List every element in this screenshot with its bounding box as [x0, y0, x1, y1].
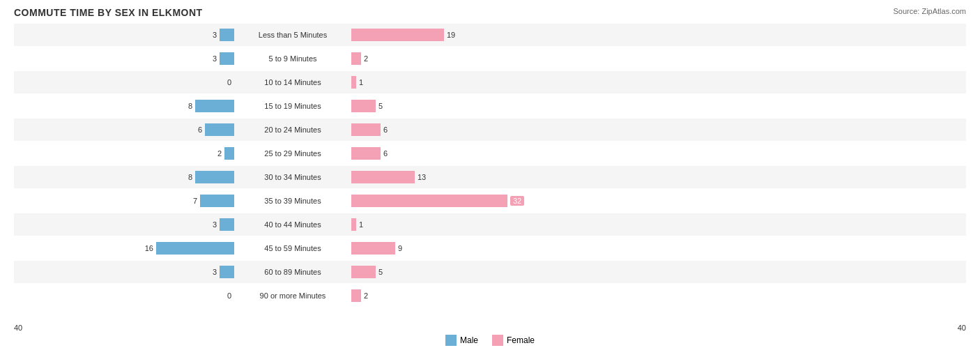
row-label: 90 or more Minutes [237, 291, 349, 300]
chart-row: 0 90 or more Minutes 2 [14, 285, 966, 307]
left-section: 3 [14, 266, 237, 278]
left-section: 0 [14, 76, 237, 89]
row-label: 40 to 44 Minutes [237, 220, 349, 229]
row-label: Less than 5 Minutes [237, 31, 349, 39]
female-bar [351, 147, 381, 160]
right-section: 13 [349, 171, 572, 183]
chart-row: 0 10 to 14 Minutes 1 [14, 71, 966, 93]
left-section: 2 [14, 147, 237, 160]
male-value: 8 [180, 102, 192, 110]
chart-container: COMMUTE TIME BY SEX IN ELKMONT Source: Z… [0, 0, 980, 364]
chart-row: 3 5 to 9 Minutes 2 [14, 47, 966, 70]
left-section: 0 [14, 289, 237, 302]
male-bar [220, 218, 234, 231]
legend-area: Male Female [14, 335, 966, 346]
left-section: 3 [14, 218, 237, 231]
male-bar [220, 52, 234, 65]
legend-male: Male [445, 335, 478, 346]
right-section: 19 [349, 29, 572, 41]
right-section: 32 [349, 195, 572, 207]
right-section: 2 [349, 52, 572, 65]
female-bar [351, 100, 376, 112]
female-bar [351, 171, 415, 183]
male-value: 3 [204, 31, 217, 39]
right-section: 2 [349, 289, 572, 302]
chart-row: 8 15 to 19 Minutes 5 [14, 95, 966, 117]
legend-male-box [445, 335, 457, 346]
chart-row: 6 20 to 24 Minutes 6 [14, 119, 966, 141]
female-value: 9 [398, 244, 411, 252]
right-section: 1 [349, 218, 572, 231]
row-label: 60 to 89 Minutes [237, 268, 349, 276]
male-bar [200, 195, 234, 207]
chart-row: 8 30 to 34 Minutes 13 [14, 166, 966, 188]
female-bar [351, 289, 361, 302]
male-value: 3 [204, 268, 217, 276]
female-bar [351, 76, 356, 89]
left-section: 3 [14, 52, 237, 65]
female-bar [351, 218, 356, 231]
female-value: 2 [364, 54, 376, 63]
right-section: 5 [349, 100, 572, 112]
source-text: Source: ZipAtlas.com [893, 7, 966, 15]
legend-female-box [492, 335, 503, 346]
male-value: 8 [180, 173, 192, 181]
female-bar [351, 266, 376, 278]
female-value: 1 [359, 220, 372, 229]
male-bar [156, 242, 234, 255]
chart-row: 3 40 to 44 Minutes 1 [14, 213, 966, 236]
left-section: 8 [14, 171, 237, 183]
female-value: 5 [378, 268, 391, 276]
legend-female: Female [492, 335, 535, 346]
row-label: 30 to 34 Minutes [237, 173, 349, 181]
chart-row: 7 35 to 39 Minutes 32 [14, 190, 966, 212]
male-value: 2 [209, 149, 222, 158]
female-value: 19 [447, 31, 459, 39]
left-section: 6 [14, 123, 237, 136]
chart-title: COMMUTE TIME BY SEX IN ELKMONT [14, 7, 966, 18]
male-bar [224, 147, 234, 160]
right-section: 6 [349, 123, 572, 136]
male-value: 0 [219, 291, 231, 300]
female-bar [351, 123, 381, 136]
row-label: 5 to 9 Minutes [237, 54, 349, 63]
female-value: 6 [383, 149, 396, 158]
right-section: 5 [349, 266, 572, 278]
male-bar [195, 171, 234, 183]
female-value: 13 [418, 173, 430, 181]
female-value: 6 [383, 126, 396, 134]
female-value: 5 [378, 102, 391, 110]
male-value: 0 [219, 78, 231, 86]
axis-label-left: 40 [14, 324, 22, 332]
male-bar [205, 123, 234, 136]
row-label: 25 to 29 Minutes [237, 149, 349, 158]
right-section: 1 [349, 76, 572, 89]
row-label: 15 to 19 Minutes [237, 102, 349, 110]
male-value: 6 [190, 126, 202, 134]
male-value: 3 [204, 54, 217, 63]
left-section: 8 [14, 100, 237, 112]
row-label: 45 to 59 Minutes [237, 244, 349, 252]
male-value: 16 [141, 244, 153, 252]
female-value: 1 [359, 78, 372, 86]
male-bar [195, 100, 234, 112]
chart-area: 3 Less than 5 Minutes 19 3 5 to 9 Minute… [14, 24, 966, 324]
legend-male-label: Male [460, 335, 478, 345]
chart-row: 2 25 to 29 Minutes 6 [14, 142, 966, 165]
female-bar [351, 29, 444, 41]
female-value: 2 [364, 291, 376, 300]
axis-label-right: 40 [958, 324, 966, 332]
left-section: 16 [14, 242, 237, 255]
female-bar [351, 52, 361, 65]
row-label: 35 to 39 Minutes [237, 197, 349, 205]
female-bar [351, 195, 507, 207]
row-label: 10 to 14 Minutes [237, 78, 349, 86]
legend-female-label: Female [507, 335, 535, 345]
chart-row: 3 60 to 89 Minutes 5 [14, 261, 966, 283]
left-section: 7 [14, 195, 237, 207]
left-section: 3 [14, 29, 237, 41]
chart-row: 3 Less than 5 Minutes 19 [14, 24, 966, 46]
right-section: 9 [349, 242, 572, 255]
right-section: 6 [349, 147, 572, 160]
female-bar [351, 242, 395, 255]
